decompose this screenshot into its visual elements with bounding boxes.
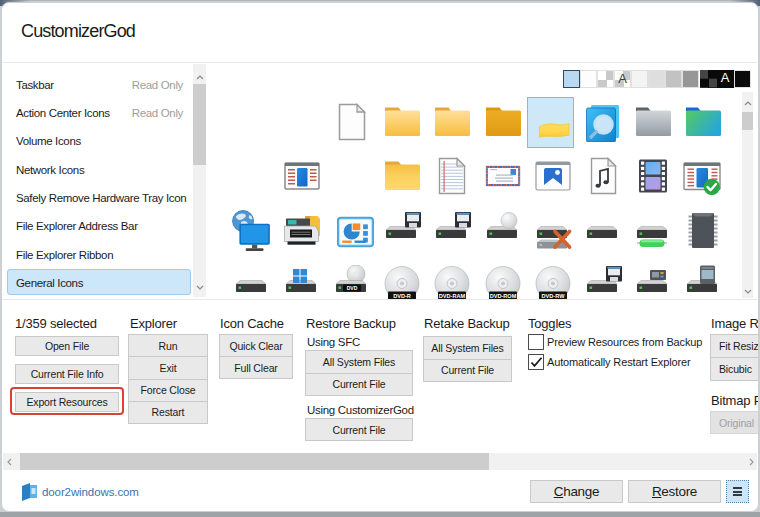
- svg-text:DVD: DVD: [347, 285, 358, 291]
- svg-text:DVD-RAM: DVD-RAM: [439, 293, 466, 299]
- svg-text:DVD-RW: DVD-RW: [542, 293, 566, 299]
- svg-text:DVD-ROM: DVD-ROM: [490, 293, 517, 299]
- svg-text:DVD-R: DVD-R: [393, 293, 411, 299]
